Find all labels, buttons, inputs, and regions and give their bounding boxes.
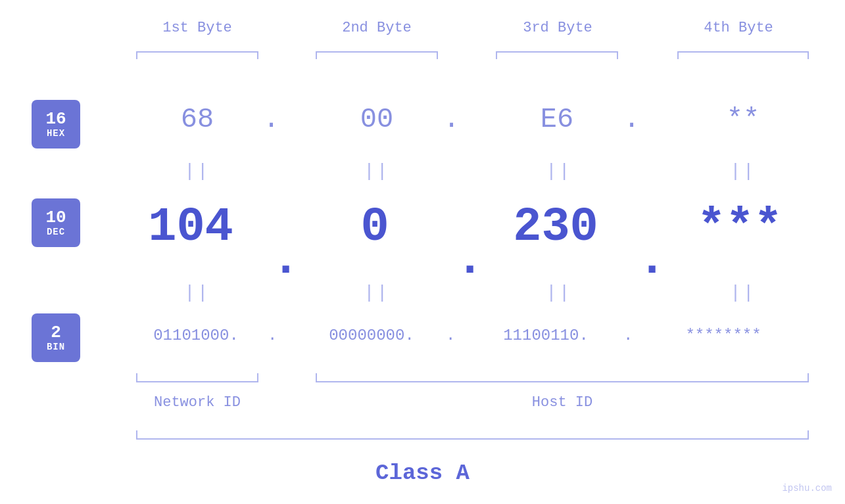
dec-badge-label: DEC xyxy=(47,227,65,237)
top-bracket-3-right xyxy=(617,51,618,59)
top-bracket-3 xyxy=(496,51,618,53)
bin-dot-3: . xyxy=(623,327,633,344)
hex-badge-number: 16 xyxy=(45,110,66,129)
hex-dot-1: . xyxy=(263,104,279,135)
col2-header: 2nd Byte xyxy=(314,20,439,36)
top-bracket-1-left xyxy=(136,51,137,59)
bin-badge: 2 BIN xyxy=(32,313,80,362)
bin-badge-number: 2 xyxy=(51,323,61,342)
watermark: ipshu.com xyxy=(782,483,832,493)
hex-val-2: 00 xyxy=(316,104,438,135)
hex-val-3: E6 xyxy=(496,104,618,135)
bottom-bracket-host-left xyxy=(316,373,317,382)
dec-badge: 10 DEC xyxy=(32,198,80,247)
hex-val-1: 68 xyxy=(136,104,258,135)
bottom-bracket-network-left xyxy=(136,373,137,382)
full-bracket-left xyxy=(136,430,137,440)
top-bracket-1-right xyxy=(257,51,258,59)
top-bracket-1 xyxy=(136,51,258,53)
equals-4-dec-bin: || xyxy=(730,283,756,303)
network-id-label: Network ID xyxy=(136,394,258,411)
dec-val-4: *** xyxy=(664,200,815,254)
bin-dot-1: . xyxy=(268,327,277,344)
dec-dot-3: . xyxy=(638,233,666,287)
top-bracket-4-right xyxy=(808,51,809,59)
bin-val-1: 01101000. xyxy=(127,327,265,344)
hex-badge-label: HEX xyxy=(47,128,65,139)
bin-badge-label: BIN xyxy=(47,342,65,352)
hex-dot-2: . xyxy=(443,104,460,135)
bin-val-3: 11100110. xyxy=(473,327,618,344)
top-bracket-2-left xyxy=(316,51,317,59)
top-bracket-2-right xyxy=(437,51,438,59)
equals-2-hex-dec: || xyxy=(364,161,390,181)
equals-3-hex-dec: || xyxy=(546,161,572,181)
main-container: 16 HEX 10 DEC 2 BIN 1st Byte 2nd Byte 3r… xyxy=(0,0,845,504)
full-bracket-right xyxy=(808,430,809,440)
bin-val-4: ******** xyxy=(638,327,809,344)
bin-val-2: 00000000. xyxy=(299,327,444,344)
bottom-bracket-host xyxy=(316,381,809,382)
equals-3-dec-bin: || xyxy=(546,283,572,303)
hex-badge: 16 HEX xyxy=(32,100,80,149)
bottom-bracket-host-right xyxy=(808,373,809,382)
top-bracket-3-left xyxy=(496,51,497,59)
hex-val-4: ** xyxy=(677,104,809,135)
equals-1-dec-bin: || xyxy=(184,283,210,303)
equals-4-hex-dec: || xyxy=(730,161,756,181)
dec-dot-1: . xyxy=(272,233,300,287)
class-label: Class A xyxy=(0,461,845,486)
bottom-bracket-network-right xyxy=(257,373,258,382)
hex-dot-3: . xyxy=(623,104,640,135)
dec-val-1: 104 xyxy=(115,200,266,254)
top-bracket-4 xyxy=(677,51,809,53)
col3-header: 3rd Byte xyxy=(495,20,620,36)
top-bracket-4-left xyxy=(677,51,679,59)
bottom-bracket-network xyxy=(136,381,258,382)
dec-val-3: 230 xyxy=(480,200,631,254)
dec-badge-number: 10 xyxy=(45,208,66,227)
bin-dot-2: . xyxy=(446,327,455,344)
equals-1-hex-dec: || xyxy=(184,161,210,181)
top-bracket-2 xyxy=(316,51,438,53)
dec-val-2: 0 xyxy=(299,200,450,254)
full-bottom-bracket xyxy=(136,438,809,440)
equals-2-dec-bin: || xyxy=(364,283,390,303)
host-id-label: Host ID xyxy=(316,394,809,411)
col1-header: 1st Byte xyxy=(135,20,260,36)
col4-header: 4th Byte xyxy=(676,20,801,36)
